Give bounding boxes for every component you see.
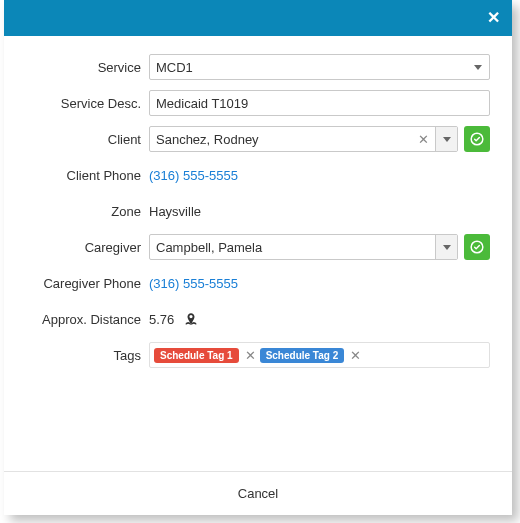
client-value: Sanchez, Rodney [156, 132, 412, 147]
check-circle-icon [470, 132, 484, 146]
dialog-footer: Cancel [4, 471, 512, 515]
dialog-header: ✕ [4, 0, 512, 36]
row-caregiver: Caregiver Campbell, Pamela [14, 234, 490, 260]
caregiver-phone-link[interactable]: (316) 555-5555 [149, 276, 238, 291]
caregiver-confirm-button[interactable] [464, 234, 490, 260]
dialog: ✕ Service MCD1 Service Desc. Medicaid T1… [4, 0, 512, 515]
cancel-button[interactable]: Cancel [238, 486, 278, 501]
row-service: Service MCD1 [14, 54, 490, 80]
row-zone: Zone Haysville [14, 198, 490, 224]
client-confirm-button[interactable] [464, 126, 490, 152]
tags-input[interactable]: Schedule Tag 1 ✕ Schedule Tag 2 ✕ [149, 342, 490, 368]
chevron-down-icon[interactable] [467, 55, 489, 79]
label-caregiver-phone: Caregiver Phone [14, 276, 149, 291]
label-client: Client [14, 132, 149, 147]
row-approx-distance: Approx. Distance 5.76 [14, 306, 490, 332]
row-service-desc: Service Desc. Medicaid T1019 [14, 90, 490, 116]
tag-remove-icon[interactable]: ✕ [346, 348, 365, 363]
check-circle-icon [470, 240, 484, 254]
client-clear-icon[interactable]: ✕ [412, 132, 435, 147]
approx-distance-value: 5.76 [149, 312, 174, 327]
row-client: Client Sanchez, Rodney ✕ [14, 126, 490, 152]
label-approx-distance: Approx. Distance [14, 312, 149, 327]
label-service: Service [14, 60, 149, 75]
service-desc-value: Medicaid T1019 [156, 96, 248, 111]
row-tags: Tags Schedule Tag 1 ✕ Schedule Tag 2 ✕ [14, 342, 490, 368]
label-client-phone: Client Phone [14, 168, 149, 183]
chevron-down-icon[interactable] [435, 235, 457, 259]
map-marker-icon[interactable] [184, 312, 198, 326]
label-zone: Zone [14, 204, 149, 219]
service-value: MCD1 [156, 60, 467, 75]
service-select[interactable]: MCD1 [149, 54, 490, 80]
tag-item[interactable]: Schedule Tag 1 [154, 348, 239, 363]
dialog-body: Service MCD1 Service Desc. Medicaid T101… [4, 36, 512, 471]
label-caregiver: Caregiver [14, 240, 149, 255]
client-select[interactable]: Sanchez, Rodney ✕ [149, 126, 458, 152]
service-desc-input[interactable]: Medicaid T1019 [149, 90, 490, 116]
row-caregiver-phone: Caregiver Phone (316) 555-5555 [14, 270, 490, 296]
caregiver-select[interactable]: Campbell, Pamela [149, 234, 458, 260]
zone-value: Haysville [149, 204, 201, 219]
caregiver-value: Campbell, Pamela [156, 240, 435, 255]
row-client-phone: Client Phone (316) 555-5555 [14, 162, 490, 188]
close-icon[interactable]: ✕ [487, 10, 500, 26]
tag-remove-icon[interactable]: ✕ [241, 348, 260, 363]
label-tags: Tags [14, 348, 149, 363]
client-phone-link[interactable]: (316) 555-5555 [149, 168, 238, 183]
tag-item[interactable]: Schedule Tag 2 [260, 348, 345, 363]
label-service-desc: Service Desc. [14, 96, 149, 111]
chevron-down-icon[interactable] [435, 127, 457, 151]
